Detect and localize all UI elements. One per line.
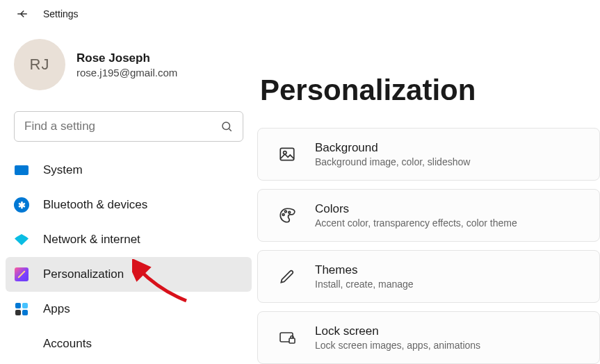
card-subtitle: Install, create, manage [315,279,414,290]
app-title: Settings [43,8,79,19]
card-lockscreen[interactable]: Lock screen Lock screen images, apps, an… [257,311,600,364]
profile-email: rose.j195@gmail.com [76,67,177,78]
network-icon [14,232,29,247]
card-title: Background [315,141,470,155]
personalization-icon [14,267,29,282]
system-icon [14,163,29,178]
card-list: Background Background image, color, slid… [257,128,600,364]
sidebar-item-label: Network & internet [43,233,140,247]
search-box[interactable] [14,111,243,142]
themes-icon [277,267,297,286]
sidebar: RJ Rose Joseph rose.j195@gmail.com Syste… [0,26,257,364]
accounts-icon [14,336,29,351]
background-icon [277,144,297,164]
card-themes[interactable]: Themes Install, create, manage [257,250,600,303]
colors-icon [277,206,297,225]
sidebar-item-label: Personalization [43,267,124,281]
sidebar-item-apps[interactable]: Apps [6,292,252,326]
sidebar-item-personalization[interactable]: Personalization [6,257,252,292]
search-icon [220,120,233,133]
sidebar-item-network[interactable]: Network & internet [6,222,252,257]
sidebar-item-system[interactable]: System [6,153,252,188]
back-button[interactable] [15,7,29,21]
card-title: Lock screen [315,324,480,338]
svg-point-0 [222,122,230,130]
card-background[interactable]: Background Background image, color, slid… [257,128,600,181]
apps-icon [14,301,29,317]
svg-rect-7 [289,338,295,343]
sidebar-item-bluetooth[interactable]: ✱ Bluetooth & devices [6,188,252,222]
svg-point-5 [289,211,291,213]
sidebar-item-label: Apps [43,302,70,316]
svg-point-4 [284,210,286,213]
card-subtitle: Accent color, transparency effects, colo… [315,217,517,229]
card-title: Colors [315,202,517,216]
sidebar-item-label: System [43,163,83,177]
content-area: Personalization Background Background im… [257,26,600,364]
page-title: Personalization [257,74,600,107]
avatar: RJ [14,39,65,90]
svg-point-3 [282,214,284,216]
back-arrow-icon [16,8,29,20]
card-title: Themes [315,263,414,277]
card-colors[interactable]: Colors Accent color, transparency effect… [257,189,600,242]
lockscreen-icon [277,328,297,347]
profile-name: Rose Joseph [76,51,177,65]
sidebar-item-accounts[interactable]: Accounts [6,326,252,361]
svg-rect-1 [280,148,294,160]
bluetooth-icon: ✱ [14,197,29,213]
sidebar-item-label: Bluetooth & devices [43,198,147,212]
topbar: Settings [0,0,600,26]
sidebar-item-label: Accounts [43,337,92,351]
card-subtitle: Lock screen images, apps, animations [315,340,480,351]
card-subtitle: Background image, color, slideshow [315,156,470,167]
search-input[interactable] [24,119,220,133]
profile-block[interactable]: RJ Rose Joseph rose.j195@gmail.com [6,39,252,107]
nav-list: System ✱ Bluetooth & devices Network & i… [6,153,252,361]
